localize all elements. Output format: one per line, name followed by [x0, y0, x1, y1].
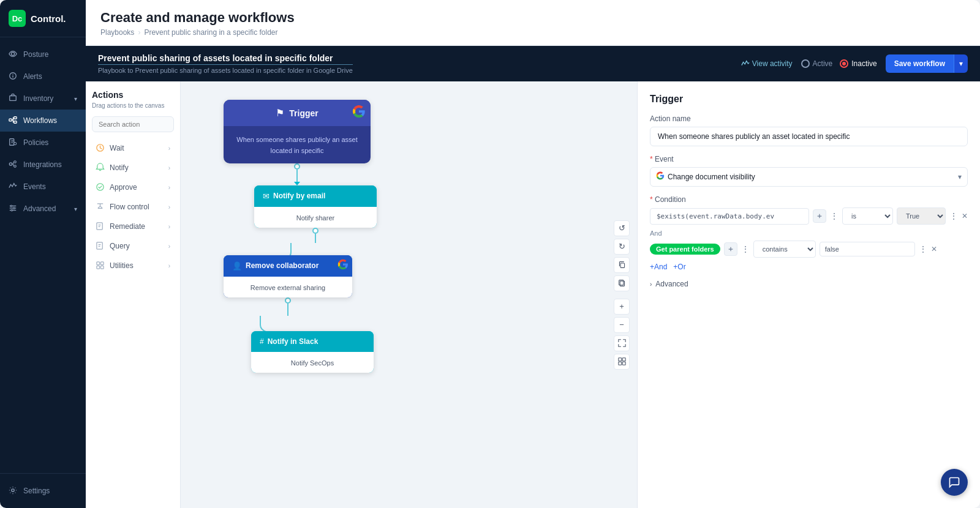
- settings-icon: [9, 486, 18, 496]
- sidebar-item-alerts[interactable]: Alerts: [0, 65, 86, 88]
- svg-rect-24: [97, 262, 100, 265]
- chat-fab-button[interactable]: [941, 469, 968, 496]
- breadcrumb-playbooks[interactable]: Playbooks: [100, 28, 134, 37]
- sidebar-item-advanced[interactable]: Advanced ▾: [0, 198, 86, 220]
- remove-collab-body: Remove external sharing: [224, 277, 352, 297]
- action-name-input[interactable]: [650, 127, 968, 146]
- condition-delete-1[interactable]: ✕: [962, 212, 968, 220]
- advanced-chevron-icon: ›: [650, 281, 652, 288]
- condition-group: Condition ⋮ is is not contains True: [650, 195, 968, 271]
- utilities-icon: [96, 261, 105, 271]
- copy-button[interactable]: [614, 257, 630, 273]
- page-header: Create and manage workflows Playbooks › …: [86, 0, 980, 46]
- action-item-query[interactable]: Query ›: [92, 236, 174, 256]
- condition-op-select[interactable]: is is not contains: [842, 207, 893, 225]
- svg-rect-8: [10, 139, 14, 146]
- breadcrumb-sep: ›: [138, 28, 140, 37]
- remediate-label: Remediate: [110, 222, 145, 231]
- query-chevron: ›: [168, 243, 170, 250]
- condition-dots-1[interactable]: ⋮: [830, 211, 839, 221]
- svg-point-18: [11, 209, 13, 211]
- sidebar-item-inventory[interactable]: Inventory ▾: [0, 88, 86, 110]
- posture-label: Posture: [23, 50, 48, 59]
- advanced-toggle[interactable]: › Advanced: [650, 280, 968, 288]
- action-item-notify[interactable]: Notify ›: [92, 158, 174, 177]
- zoom-in-button[interactable]: +: [614, 299, 630, 315]
- condition-row-2: Get parent folders ⋮ contains not contai…: [650, 241, 968, 258]
- redo-button[interactable]: ↻: [614, 239, 630, 255]
- breadcrumb-current: Prevent public sharing in a specific fol…: [144, 28, 277, 37]
- connector-1: [294, 163, 300, 185]
- remove-collab-node[interactable]: 👤 Remove collaborator Remove external sh…: [224, 255, 352, 297]
- workflow-controls: View activity Active Inactive Save workf…: [741, 54, 968, 73]
- save-workflow-button[interactable]: Save workflow: [886, 54, 954, 73]
- view-activity-button[interactable]: View activity: [741, 59, 793, 68]
- sidebar-item-events[interactable]: Events: [0, 176, 86, 198]
- fit-button[interactable]: [614, 335, 630, 351]
- active-option[interactable]: Active: [801, 59, 833, 68]
- action-name-label: Action name: [650, 114, 968, 123]
- grid-button[interactable]: [614, 354, 630, 370]
- paste-button[interactable]: [614, 275, 630, 291]
- condition-expr-input[interactable]: [650, 208, 809, 225]
- add-and-button[interactable]: +And: [650, 263, 667, 271]
- notify-slack-text: Notify SecOps: [291, 359, 334, 367]
- svg-rect-7: [14, 121, 17, 124]
- notify-email-title: Notify by email: [273, 192, 325, 200]
- approve-icon: [96, 182, 105, 192]
- trigger-node-text: When someone shares publicly an asset lo…: [236, 136, 358, 154]
- sidebar-item-workflows[interactable]: Workflows: [0, 110, 86, 132]
- notify-slack-node[interactable]: # Notify in Slack Notify SecOps: [251, 331, 374, 373]
- action-item-approve[interactable]: Approve ›: [92, 177, 174, 197]
- advanced-chevron: ▾: [74, 206, 77, 212]
- sidebar-item-posture[interactable]: Posture: [0, 43, 86, 65]
- condition-dots-2[interactable]: ⋮: [949, 211, 958, 221]
- search-action-input[interactable]: [92, 116, 174, 132]
- sidebar-item-settings[interactable]: Settings: [0, 480, 86, 502]
- condition-expand-icon[interactable]: [813, 209, 826, 223]
- action-item-remediate[interactable]: Remediate ›: [92, 217, 174, 236]
- event-select[interactable]: Change document visibility Document crea…: [650, 167, 968, 187]
- inactive-radio[interactable]: [840, 59, 848, 68]
- active-radio[interactable]: [801, 59, 810, 68]
- sidebar-item-integrations[interactable]: Integrations: [0, 154, 86, 176]
- settings-label: Settings: [23, 487, 50, 495]
- inactive-label: Inactive: [851, 59, 876, 68]
- action-item-utilities[interactable]: Utilities ›: [92, 256, 174, 275]
- notify-label: Notify: [110, 163, 129, 172]
- inventory-chevron: ▾: [74, 95, 77, 102]
- integrations-icon: [9, 160, 18, 170]
- action-item-wait[interactable]: Wait ›: [92, 138, 174, 158]
- condition2-dots-1[interactable]: ⋮: [741, 244, 750, 254]
- save-workflow-dropdown[interactable]: ▾: [954, 54, 968, 73]
- zoom-out-button[interactable]: −: [614, 317, 630, 333]
- save-workflow-group: Save workflow ▾: [886, 54, 968, 73]
- condition2-expand-icon[interactable]: [724, 242, 737, 256]
- notify-email-node[interactable]: ✉ Notify by email Notify sharer: [254, 185, 377, 228]
- condition2-delete[interactable]: ✕: [931, 245, 937, 253]
- trigger-node-body: When someone shares publicly an asset lo…: [224, 126, 371, 163]
- condition2-dots-2[interactable]: ⋮: [919, 244, 927, 254]
- sliders-icon: [9, 204, 18, 214]
- breadcrumb: Playbooks › Prevent public sharing in a …: [100, 28, 965, 37]
- undo-button[interactable]: ↺: [614, 220, 630, 236]
- query-icon: [96, 241, 105, 251]
- notify-email-body: Notify sharer: [254, 207, 377, 228]
- inactive-option[interactable]: Inactive: [840, 59, 876, 68]
- trigger-node-header: ⚑ Trigger: [224, 100, 371, 126]
- condition-value-select[interactable]: True False: [897, 207, 946, 225]
- sidebar-item-policies[interactable]: Policies: [0, 132, 86, 154]
- trigger-node[interactable]: ⚑ Trigger When someone shares publicly a…: [224, 100, 371, 163]
- eye-icon: [9, 50, 18, 59]
- get-parent-folders-tag[interactable]: Get parent folders: [650, 244, 720, 255]
- condition2-op-select[interactable]: contains not contains is: [753, 241, 816, 258]
- wait-label: Wait: [110, 144, 124, 152]
- add-or-button[interactable]: +Or: [673, 263, 685, 271]
- flow-chevron: ›: [168, 204, 170, 211]
- remediate-icon: [96, 222, 105, 231]
- condition2-value-input[interactable]: [820, 242, 915, 256]
- main-content: Create and manage workflows Playbooks › …: [86, 0, 980, 508]
- svg-rect-25: [100, 262, 104, 265]
- svg-rect-26: [97, 266, 100, 269]
- action-item-flow-control[interactable]: Flow control ›: [92, 197, 174, 217]
